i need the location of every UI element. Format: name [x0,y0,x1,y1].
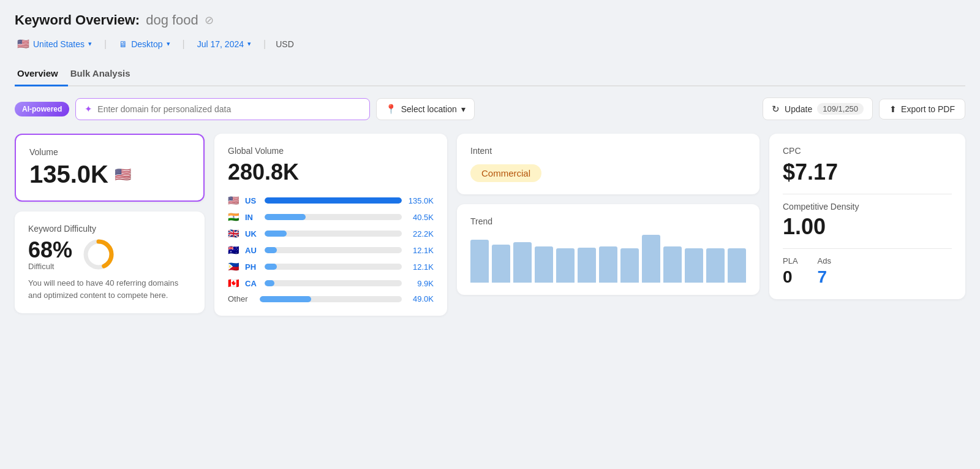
kd-card: Keyword Difficulty 68% Difficult You wil… [15,212,205,313]
intent-card: Intent Commercial [457,134,760,194]
filter-divider-1: | [104,39,107,50]
us-code: US [245,196,260,205]
cpc-label: CPC [783,146,952,156]
in-flag: 🇮🇳 [228,212,240,223]
tab-bulk-analysis[interactable]: Bulk Analysis [68,63,140,86]
comp-density-label: Competitive Density [783,202,952,212]
country-row-in: 🇮🇳 IN 40.5K [228,212,434,223]
pla-label: PLA [783,256,798,265]
filter-divider-2: | [183,39,185,50]
trend-bar-10 [685,248,703,283]
location-filter-button[interactable]: 🇺🇸 United States ▾ [15,37,94,51]
domain-input-wrap[interactable]: ✦ [75,98,369,120]
kd-difficulty-label: Difficult [28,262,72,271]
tabs-row: Overview Bulk Analysis [15,63,965,86]
country-row-uk: 🇬🇧 UK 22.2K [228,228,434,239]
ph-flag: 🇵🇭 [228,261,240,272]
export-label: Export to PDF [901,104,955,114]
trend-bar-4 [556,248,575,283]
kd-value: 68% [28,237,72,263]
us-val: 135.0K [407,196,434,205]
ca-val: 9.9K [407,279,434,288]
us-flag: 🇺🇸 [228,195,240,206]
uk-code: UK [245,229,260,238]
in-val: 40.5K [407,213,434,222]
ads-label: Ads [818,256,831,265]
au-bar-fill [265,247,277,253]
kd-description: You will need to have 40 referring domai… [28,277,191,301]
global-volume-label: Global Volume [228,146,434,156]
intent-badge: Commercial [470,164,541,182]
trend-bar-9 [663,246,682,283]
export-button[interactable]: ⬆ Export to PDF [879,99,965,120]
cpc-card: CPC $7.17 Competitive Density 1.00 PLA 0… [769,134,965,299]
kd-label: Keyword Difficulty [28,224,191,234]
tab-overview[interactable]: Overview [15,63,68,86]
update-count-badge: 109/1,250 [817,103,864,115]
ph-val: 12.1K [407,262,434,272]
ph-bar-fill [265,264,277,270]
date-filter-button[interactable]: Jul 17, 2024 ▾ [195,38,254,50]
country-row-ph: 🇵🇭 PH 12.1K [228,261,434,272]
trend-bar-7 [620,248,639,283]
ca-flag: 🇨🇦 [228,278,240,289]
trend-bar-0 [470,240,489,283]
trend-bars [470,234,746,283]
kd-top: 68% Difficult [28,237,191,271]
ai-powered-badge: AI-powered [15,102,69,116]
location-filter-label: United States [33,39,85,49]
ph-code: PH [245,262,260,272]
ads-item: Ads 7 [818,256,831,287]
us-flag-icon: 🇺🇸 [17,38,29,50]
device-filter-label: Desktop [131,39,162,49]
country-row-ca: 🇨🇦 CA 9.9K [228,278,434,289]
location-pin-icon: 📍 [385,104,397,115]
pla-ads-row: PLA 0 Ads 7 [783,256,952,287]
volume-label: Volume [29,147,190,157]
pla-item: PLA 0 [783,256,798,287]
cards-grid: Volume 135.0K 🇺🇸 Keyword Difficulty 68% … [15,134,965,316]
cpc-divider [783,194,952,194]
ca-code: CA [245,279,260,288]
kd-donut-chart [82,238,115,271]
au-bar-bg [265,247,402,253]
global-volume-value: 280.8K [228,159,434,185]
select-location-button[interactable]: 📍 Select location ▾ [376,98,475,120]
pla-value: 0 [783,267,798,287]
update-button[interactable]: ↻ Update 109/1,250 [763,97,873,120]
other-row: Other 49.0K [228,294,434,303]
trend-bar-12 [728,248,746,283]
page-title-query: dog food [146,12,198,28]
uk-bar-fill [265,231,287,237]
monitor-icon: 🖥 [119,39,127,49]
trend-bar-6 [599,246,617,283]
filter-divider-3: | [263,39,266,50]
country-bars-list: 🇺🇸 US 135.0K 🇮🇳 IN 40.5K 🇬🇧 UK [228,195,434,303]
ca-bar-bg [265,280,402,286]
domain-input[interactable] [97,104,360,114]
filters-row: 🇺🇸 United States ▾ | 🖥 Desktop ▾ | Jul 1… [15,37,965,51]
country-row-us: 🇺🇸 US 135.0K [228,195,434,206]
col-intent-trend: Intent Commercial Trend [457,134,760,295]
cpc-value: $7.17 [783,159,952,185]
date-filter-label: Jul 17, 2024 [197,39,244,49]
export-icon: ⬆ [889,104,897,114]
other-bar-fill [260,296,311,302]
comp-density-value: 1.00 [783,214,952,240]
select-location-label: Select location [401,104,457,114]
page-header: Keyword Overview: dog food ⊘ [15,12,965,28]
other-label: Other [228,294,255,303]
us-bar-bg [265,197,402,204]
device-chevron-icon: ▾ [167,40,170,48]
ph-bar-bg [265,264,402,270]
refresh-icon: ↻ [772,104,780,115]
volume-value: 135.0K 🇺🇸 [29,161,190,188]
in-bar-fill [265,214,306,220]
trend-bar-5 [578,248,596,283]
trend-label: Trend [470,216,746,226]
ads-value: 7 [818,267,831,287]
kd-value-wrap: 68% Difficult [28,237,72,271]
sparkle-icon: ✦ [85,104,92,115]
ai-bar-row: AI-powered ✦ 📍 Select location ▾ ↻ Updat… [15,97,965,120]
device-filter-button[interactable]: 🖥 Desktop ▾ [116,38,172,50]
